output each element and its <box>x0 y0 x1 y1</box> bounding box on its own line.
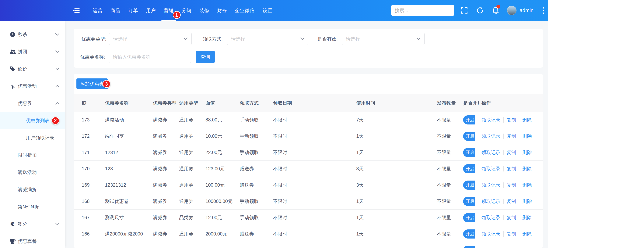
table-row: 166满20000元减2000满减券通用券2000.00元赠送券不限时1天不限量… <box>74 226 543 242</box>
is-valid-select[interactable]: 请选择 <box>342 33 424 45</box>
euro-icon: € <box>10 221 16 227</box>
user-name[interactable]: admin <box>520 8 534 14</box>
action-delete-link[interactable]: 删除 <box>522 247 532 248</box>
enable-switch[interactable]: 开启 <box>463 132 475 141</box>
col-header-4: 适用类型 <box>179 100 206 106</box>
action-records-link[interactable]: 领取记录 <box>482 182 500 188</box>
chevron-down-icon <box>55 68 60 70</box>
action-copy-link[interactable]: 复制 <box>507 117 516 123</box>
sidebar-item-6[interactable]: 优惠券列表2 <box>0 112 65 129</box>
sidebar-item-8[interactable]: 限时折扣 <box>0 146 65 164</box>
nav-item-9[interactable]: 企业微信 <box>231 0 258 21</box>
search-input[interactable] <box>391 5 454 16</box>
action-delete-link[interactable]: 删除 <box>522 182 532 188</box>
action-delete-link[interactable]: 删除 <box>522 149 532 156</box>
action-delete-link[interactable]: 删除 <box>522 198 532 204</box>
more-menu-icon[interactable] <box>542 7 545 15</box>
nav-item-7[interactable]: 装修 <box>196 0 213 21</box>
enable-switch[interactable]: 开启 <box>463 197 475 206</box>
sidebar-item-13[interactable]: 优惠套餐 <box>0 233 65 248</box>
chevron-down-icon <box>416 38 420 40</box>
action-copy-link[interactable]: 复制 <box>507 149 516 156</box>
sidebar-item-label: 优惠券列表 <box>26 117 50 124</box>
action-records-link[interactable]: 领取记录 <box>482 133 500 139</box>
action-delete-link[interactable]: 删除 <box>522 231 532 237</box>
action-copy-link[interactable]: 复制 <box>507 133 516 139</box>
enable-switch[interactable]: 开启 <box>463 164 475 173</box>
cell-apply: 通用券 <box>179 133 206 139</box>
cell-quantity: 不限量 <box>437 182 463 188</box>
nav-item-2[interactable]: 商品 <box>106 0 124 21</box>
nav-item-8[interactable]: 财务 <box>213 0 231 21</box>
cell-type: 满减券 <box>153 214 179 221</box>
nav-item-10[interactable]: 设置 <box>258 0 276 21</box>
sidebar-item-12[interactable]: €积分 <box>0 215 65 233</box>
action-copy-link[interactable]: 复制 <box>507 214 516 221</box>
coupon-name-input[interactable] <box>109 51 191 63</box>
enable-switch[interactable]: 开启 <box>463 115 475 124</box>
nav-item-5[interactable]: 营销1 <box>160 0 178 21</box>
action-delete-link[interactable]: 删除 <box>522 133 532 139</box>
avatar[interactable] <box>507 6 516 15</box>
coupon-type-select[interactable]: 请选择 <box>109 33 192 45</box>
enable-switch[interactable]: 开启 <box>463 246 475 248</box>
query-button[interactable]: 查询 <box>196 51 215 63</box>
sidebar-item-4[interactable]: 优惠活动 <box>0 78 65 95</box>
action-copy-link[interactable]: 复制 <box>507 182 516 188</box>
nav-item-4[interactable]: 用户 <box>142 0 160 21</box>
refresh-icon[interactable] <box>476 7 484 14</box>
action-records-link[interactable]: 领取记录 <box>482 214 500 221</box>
cell-actions: 领取记录复制删除 <box>479 198 543 204</box>
action-records-link[interactable]: 领取记录 <box>482 231 500 237</box>
cell-value: 2000.00元 <box>206 247 240 248</box>
nav-item-1[interactable]: 运营 <box>89 0 106 21</box>
nav-item-3[interactable]: 订单 <box>124 0 142 21</box>
action-delete-link[interactable]: 删除 <box>522 214 532 221</box>
sidebar-item-7[interactable]: 用户领取记录 <box>0 129 65 146</box>
navbar-left: 运营商品订单用户营销1分销装修财务企业微信设置 <box>73 0 276 21</box>
is-valid-label: 是否有效: <box>318 33 338 45</box>
action-records-link[interactable]: 领取记录 <box>482 117 500 123</box>
cell-actions: 领取记录复制删除 <box>479 214 543 221</box>
sidebar-item-1[interactable]: 秒杀 <box>0 26 65 43</box>
sidebar-item-10[interactable]: 满减满折 <box>0 181 65 198</box>
sidebar-item-11[interactable]: 第N件N折 <box>0 198 65 215</box>
cell-id: 168 <box>82 198 105 204</box>
action-delete-link[interactable]: 删除 <box>522 166 532 172</box>
cell-id: 170 <box>82 166 105 171</box>
nav-item-6[interactable]: 分销 <box>178 0 196 21</box>
table-row: 167测测尺寸满减券品类券12.00元手动领取不限时1天不限量开启领取记录复制删… <box>74 209 543 226</box>
action-records-link[interactable]: 领取记录 <box>482 149 500 156</box>
sidebar-item-5[interactable]: 优惠券 <box>0 95 65 112</box>
menu-fold-icon[interactable] <box>73 7 80 14</box>
action-copy-link[interactable]: 复制 <box>507 247 516 248</box>
sidebar-item-3[interactable]: 砍价 <box>0 60 65 78</box>
cell-id: 171 <box>82 150 105 155</box>
receive-method-select[interactable]: 请选择 <box>227 33 308 45</box>
action-copy-link[interactable]: 复制 <box>507 166 516 172</box>
enable-switch[interactable]: 开启 <box>463 229 475 238</box>
action-copy-link[interactable]: 复制 <box>507 198 516 204</box>
action-records-link[interactable]: 领取记录 <box>482 247 500 248</box>
cell-method: 赠送券 <box>240 166 273 172</box>
cell-date: 不限时 <box>273 133 356 139</box>
sidebar-item-label: 用户领取记录 <box>26 135 54 141</box>
action-delete-link[interactable]: 删除 <box>522 117 532 123</box>
cell-method: 手动领取 <box>240 117 273 123</box>
sidebar-item-2[interactable]: 拼团 <box>0 43 65 60</box>
action-records-link[interactable]: 领取记录 <box>482 198 500 204</box>
enable-switch[interactable]: 开启 <box>463 148 475 157</box>
enable-switch[interactable]: 开启 <box>463 180 475 190</box>
cell-date: 不限时 <box>273 149 356 156</box>
notification-bell-icon[interactable] <box>492 7 499 14</box>
action-copy-link[interactable]: 复制 <box>507 231 516 237</box>
enable-switch[interactable]: 开启 <box>463 213 475 222</box>
cell-quantity: 不限量 <box>437 149 463 156</box>
action-records-link[interactable]: 领取记录 <box>482 166 500 172</box>
table-row: 16912321312满减券通用券100.00元赠送券不限时3天不限量开启领取记… <box>74 177 543 193</box>
cell-enabled: 开启 <box>463 148 479 157</box>
sidebar-item-9[interactable]: 满送活动 <box>0 164 65 181</box>
table-row: 168测试优惠卷满减券通用券100000.00元手动领取不限时1天不限量开启领取… <box>74 193 543 209</box>
chevron-down-icon <box>184 38 188 40</box>
fullscreen-icon[interactable] <box>461 7 468 14</box>
